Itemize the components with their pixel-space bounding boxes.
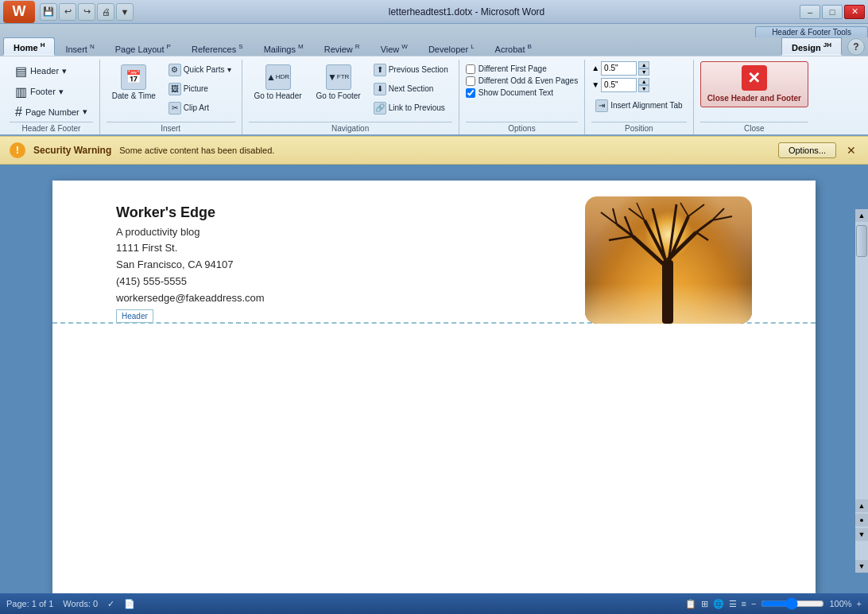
ribbon-tabs-row: Home H Insert N Page Layout P References… — [0, 24, 868, 56]
page-info: Page: 1 of 1 — [6, 599, 53, 608]
prev-section-icon: ⬆ — [374, 64, 386, 76]
view-draft-icon[interactable]: ≡ — [742, 599, 746, 608]
zoom-level: 100% — [829, 599, 851, 608]
quick-access-redo[interactable]: ↪ — [78, 3, 95, 21]
page-number-button[interactable]: # Page Number ▾ — [10, 103, 93, 122]
svg-line-19 — [680, 203, 688, 216]
different-odd-even-checkbox[interactable] — [466, 76, 475, 86]
group-close: ✕ Close Header and Footer Close — [694, 60, 815, 134]
quick-parts-icon: ⚙ — [169, 64, 181, 76]
link-to-previous-button[interactable]: 🔗 Link to Previous — [370, 99, 452, 117]
bottom-spin-down[interactable]: ▼ — [638, 85, 649, 92]
tab-home[interactable]: Home H — [3, 37, 55, 56]
scroll-select-browse[interactable]: ● — [855, 514, 868, 527]
insert-alignment-tab-button[interactable]: ⇥ Insert Alignment Tab — [591, 97, 686, 115]
tab-insert[interactable]: Insert N — [55, 39, 104, 56]
close-header-footer-button[interactable]: ✕ Close Header and Footer — [700, 61, 808, 107]
show-document-text-checkbox[interactable] — [466, 88, 475, 98]
goto-header-button[interactable]: ▲HDR Go to Header — [249, 61, 308, 103]
group-options: Different First Page Different Odd & Eve… — [459, 60, 585, 134]
group-close-label: Close — [700, 122, 808, 133]
quick-access-print[interactable]: 🖨 — [97, 3, 114, 21]
scroll-page-up[interactable]: ▲ — [855, 499, 868, 512]
minimize-button[interactable]: – — [800, 5, 820, 19]
quick-access-more[interactable]: ▼ — [116, 3, 134, 21]
tab-view[interactable]: View W — [370, 39, 418, 56]
view-fullscreen-icon[interactable]: ⊞ — [701, 599, 708, 609]
header-dropdown-arrow: ▾ — [62, 66, 67, 76]
scroll-page-down[interactable]: ▼ — [855, 528, 868, 541]
document-page: Worker's Edge A productivity blog 1111 F… — [52, 181, 816, 593]
view-outline-icon[interactable]: ☰ — [729, 599, 737, 609]
bottom-spin-buttons: ▲ ▼ — [638, 78, 649, 92]
document-scroll-area: Worker's Edge A productivity blog 1111 F… — [0, 165, 868, 593]
ribbon-content: ▤ Header ▾ ▥ Footer ▾ # Page Number — [0, 56, 868, 134]
clip-art-button[interactable]: ✂ Clip Art — [165, 99, 235, 117]
security-close-button[interactable]: ✕ — [844, 143, 858, 157]
different-first-page-checkbox[interactable] — [466, 64, 475, 74]
zoom-in-button[interactable]: + — [857, 599, 862, 608]
tab-developer[interactable]: Developer L — [418, 39, 485, 56]
top-position-icon: ▲ — [591, 64, 599, 72]
tab-references[interactable]: References S — [181, 39, 254, 56]
tab-design[interactable]: Design JH — [781, 37, 842, 56]
view-web-icon[interactable]: 🌐 — [713, 599, 724, 609]
view-print-icon[interactable]: 📋 — [685, 599, 696, 609]
status-bar: Page: 1 of 1 Words: 0 ✓ 📄 📋 ⊞ 🌐 ☰ ≡ − 10… — [0, 593, 868, 614]
security-options-button[interactable]: Options... — [778, 142, 836, 158]
quick-parts-button[interactable]: ⚙ Quick Parts ▾ — [165, 61, 235, 79]
help-button[interactable]: ? — [847, 38, 865, 56]
title-bar-left: W 💾 ↩ ↪ 🖨 ▼ — [3, 1, 134, 23]
next-section-icon: ⬇ — [374, 83, 386, 95]
title-bar: W 💾 ↩ ↪ 🖨 ▼ letterheadtest1.dotx - Micro… — [0, 0, 868, 24]
next-section-button[interactable]: ⬇ Next Section — [370, 80, 452, 98]
tab-review[interactable]: Review R — [314, 39, 370, 56]
tab-pagelayout[interactable]: Page Layout P — [105, 39, 181, 56]
main-layout: Home H Insert N Page Layout P References… — [0, 24, 868, 614]
svg-line-13 — [696, 232, 708, 240]
tab-acrobat[interactable]: Acrobat B — [485, 39, 542, 56]
nav-buttons: ▲HDR Go to Header ▼FTR Go to Footer ⬆ Pr… — [249, 61, 452, 122]
prev-section-button[interactable]: ⬆ Previous Section — [370, 61, 452, 79]
tree-svg — [585, 196, 752, 324]
options-content: Different First Page Different Odd & Eve… — [466, 61, 578, 122]
different-odd-even-option: Different Odd & Even Pages — [466, 76, 578, 86]
bottom-spin-up[interactable]: ▲ — [638, 78, 649, 85]
bottom-position-input[interactable] — [601, 78, 637, 92]
zoom-slider[interactable] — [761, 600, 824, 608]
top-spin-down[interactable]: ▼ — [638, 68, 649, 76]
quick-access-save[interactable]: 💾 — [40, 3, 57, 21]
top-spin-up[interactable]: ▲ — [638, 61, 649, 68]
scroll-down-arrow[interactable]: ▼ — [855, 560, 868, 573]
insert-buttons: 📅 Date & Time ⚙ Quick Parts ▾ 🖼 Picture — [107, 61, 235, 122]
scroll-thumb[interactable] — [856, 225, 867, 257]
tree-background — [585, 196, 752, 324]
group-nav-label: Navigation — [249, 122, 452, 133]
footer-button[interactable]: ▥ Footer ▾ — [10, 82, 93, 102]
office-button[interactable]: W — [3, 1, 35, 23]
tab-mailings[interactable]: Mailings M — [254, 39, 314, 56]
document-header-section[interactable]: Worker's Edge A productivity blog 1111 F… — [52, 181, 816, 324]
quick-access-undo[interactable]: ↩ — [59, 3, 76, 21]
picture-button[interactable]: 🖼 Picture — [165, 80, 235, 98]
goto-footer-button[interactable]: ▼FTR Go to Footer — [311, 61, 366, 103]
zoom-out-button[interactable]: − — [751, 599, 756, 608]
maximize-button[interactable]: □ — [822, 5, 843, 19]
svg-rect-0 — [662, 260, 673, 324]
title-bar-controls: – □ ✕ — [800, 5, 865, 19]
header-button[interactable]: ▤ Header ▾ — [10, 61, 93, 81]
scroll-up-arrow[interactable]: ▲ — [855, 209, 868, 222]
date-time-button[interactable]: 📅 Date & Time — [107, 61, 161, 103]
ribbon: Home H Insert N Page Layout P References… — [0, 24, 868, 136]
page-number-icon: # — [15, 105, 22, 119]
group-insert-label: Insert — [107, 122, 235, 133]
goto-header-icon: ▲HDR — [265, 64, 291, 90]
window-title: letterheadtest1.dotx - Microsoft Word — [134, 6, 800, 17]
close-hf-icon: ✕ — [742, 65, 767, 91]
close-button[interactable]: ✕ — [844, 5, 865, 19]
top-position-input[interactable] — [601, 61, 637, 76]
document-body[interactable] — [52, 324, 816, 562]
picture-icon: 🖼 — [169, 83, 181, 95]
quickparts-arrow: ▾ — [227, 65, 231, 74]
top-spin-buttons: ▲ ▼ — [638, 61, 649, 76]
